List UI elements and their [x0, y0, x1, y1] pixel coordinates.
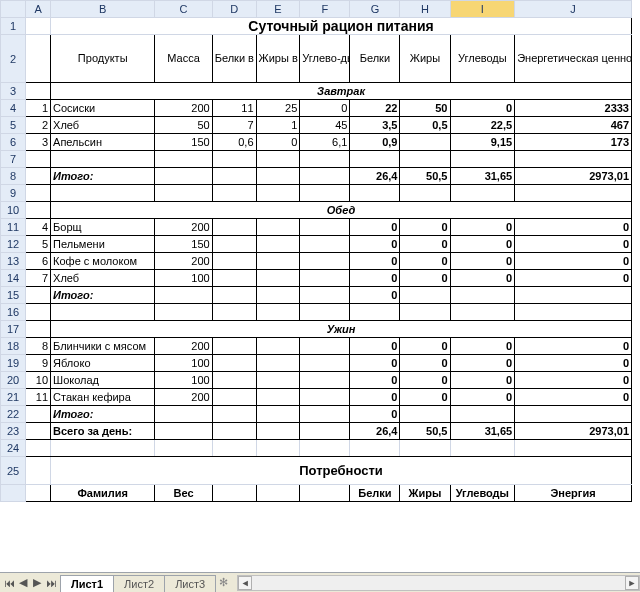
- row-header[interactable]: 9: [1, 185, 26, 202]
- hdr-carb2: Углеводы: [450, 485, 515, 502]
- section-lunch: Обед: [51, 202, 632, 219]
- col-header-A[interactable]: A: [26, 1, 51, 18]
- col-header-G[interactable]: G: [350, 1, 400, 18]
- section-needs: Потребности: [51, 457, 632, 485]
- tab-nav-next-icon[interactable]: ▶: [30, 575, 44, 591]
- subtotal-label: Итого:: [51, 168, 155, 185]
- row-header[interactable]: 18: [1, 338, 26, 355]
- subtotal-label: Итого:: [51, 287, 155, 304]
- add-sheet-icon[interactable]: ✻: [215, 576, 231, 589]
- subtotal-row: 22 Итого: 0: [1, 406, 632, 423]
- hdr-carb100: Углево-ды в 100 г: [300, 35, 350, 83]
- row-header[interactable]: [1, 485, 26, 502]
- row-header[interactable]: 1: [1, 18, 26, 35]
- table-row: 19 9 Яблоко 100 0 0 0 0: [1, 355, 632, 372]
- subtotal-row: 8 Итого: 26,4 50,5 31,65 2973,01: [1, 168, 632, 185]
- col-header-E[interactable]: E: [256, 1, 300, 18]
- table-row: 20 10 Шоколад 100 0 0 0 0: [1, 372, 632, 389]
- subtotal-label: Итого:: [51, 406, 155, 423]
- col-header-B[interactable]: B: [51, 1, 155, 18]
- sheet-tab[interactable]: Лист3: [164, 575, 216, 592]
- scroll-right-icon[interactable]: ►: [625, 576, 639, 590]
- column-header-row: A B C D E F G H I J: [1, 1, 632, 18]
- sheet-tab[interactable]: Лист2: [113, 575, 165, 592]
- row-header[interactable]: 20: [1, 372, 26, 389]
- row-header[interactable]: 3: [1, 83, 26, 100]
- table-row: 6 3 Апельсин 150 0,6 0 6,1 0,9 9,15 173: [1, 134, 632, 151]
- tab-nav-last-icon[interactable]: ⏭: [44, 575, 58, 591]
- hdr-fat2: Жиры: [400, 485, 450, 502]
- col-header-F[interactable]: F: [300, 1, 350, 18]
- row-header[interactable]: 16: [1, 304, 26, 321]
- hdr-prot: Белки: [350, 35, 400, 83]
- sheet-tab-bar: ⏮ ◀ ▶ ⏭ Лист1 Лист2 Лист3 ✻ ◄ ►: [0, 572, 640, 592]
- row-header[interactable]: 24: [1, 440, 26, 457]
- table-row: 12 5 Пельмени 150 0 0 0 0: [1, 236, 632, 253]
- subtotal-row: 15 Итого: 0: [1, 287, 632, 304]
- row-header[interactable]: 22: [1, 406, 26, 423]
- table-row: 14 7 Хлеб 100 0 0 0 0: [1, 270, 632, 287]
- row-header[interactable]: 4: [1, 100, 26, 117]
- col-header-H[interactable]: H: [400, 1, 450, 18]
- row-header[interactable]: 7: [1, 151, 26, 168]
- hdr-energy: Энергетическая ценность: [515, 35, 632, 83]
- table-row: 18 8 Блинчики с мясом 200 0 0 0 0: [1, 338, 632, 355]
- hdr-product: Продукты: [51, 35, 155, 83]
- table-row: 13 6 Кофе с молоком 200 0 0 0 0: [1, 253, 632, 270]
- row-header[interactable]: 19: [1, 355, 26, 372]
- table-row: 21 11 Стакан кефира 200 0 0 0 0: [1, 389, 632, 406]
- row-header[interactable]: 8: [1, 168, 26, 185]
- section-breakfast: Завтрак: [51, 83, 632, 100]
- hdr-energy2: Энергия: [515, 485, 632, 502]
- sheet-tab[interactable]: Лист1: [60, 575, 114, 592]
- row-header[interactable]: 17: [1, 321, 26, 338]
- row-header[interactable]: 13: [1, 253, 26, 270]
- hdr-mass: Масса: [155, 35, 212, 83]
- col-header-C[interactable]: C: [155, 1, 212, 18]
- col-header-I[interactable]: I: [450, 1, 515, 18]
- tab-nav-prev-icon[interactable]: ◀: [16, 575, 30, 591]
- row-header[interactable]: 5: [1, 117, 26, 134]
- row-header[interactable]: 6: [1, 134, 26, 151]
- day-total-label: Всего за день:: [51, 423, 155, 440]
- hdr-prot2: Белки: [350, 485, 400, 502]
- row-header[interactable]: 10: [1, 202, 26, 219]
- table-row: 5 2 Хлеб 50 7 1 45 3,5 0,5 22,5 467: [1, 117, 632, 134]
- scroll-left-icon[interactable]: ◄: [238, 576, 252, 590]
- row-header[interactable]: 21: [1, 389, 26, 406]
- hdr-fat100: Жиры в 100 г: [256, 35, 300, 83]
- row-header[interactable]: 11: [1, 219, 26, 236]
- row-header[interactable]: 14: [1, 270, 26, 287]
- table-row: 4 1 Сосиски 200 11 25 0 22 50 0 2333: [1, 100, 632, 117]
- row-header[interactable]: 25: [1, 457, 26, 485]
- hdr-fat: Жиры: [400, 35, 450, 83]
- hdr-weight: Вес: [155, 485, 212, 502]
- spreadsheet-grid[interactable]: A B C D E F G H I J 1 Суточный рацион пи…: [0, 0, 632, 502]
- table-row: 11 4 Борщ 200 0 0 0 0: [1, 219, 632, 236]
- row-header[interactable]: 23: [1, 423, 26, 440]
- hdr-carb: Углеводы: [450, 35, 515, 83]
- hdr-prot100: Белки в 100 г: [212, 35, 256, 83]
- col-header-J[interactable]: J: [515, 1, 632, 18]
- section-dinner: Ужин: [51, 321, 632, 338]
- page-title: Суточный рацион питания: [51, 18, 632, 35]
- horizontal-scrollbar[interactable]: ◄ ►: [237, 575, 640, 591]
- col-header-D[interactable]: D: [212, 1, 256, 18]
- day-total-row: 23 Всего за день: 26,4 50,5 31,65 2973,0…: [1, 423, 632, 440]
- hdr-surname: Фамилия: [51, 485, 155, 502]
- row-header[interactable]: 2: [1, 35, 26, 83]
- row-header[interactable]: 12: [1, 236, 26, 253]
- row-header[interactable]: 15: [1, 287, 26, 304]
- select-all-corner[interactable]: [1, 1, 26, 18]
- tab-nav-first-icon[interactable]: ⏮: [2, 575, 16, 591]
